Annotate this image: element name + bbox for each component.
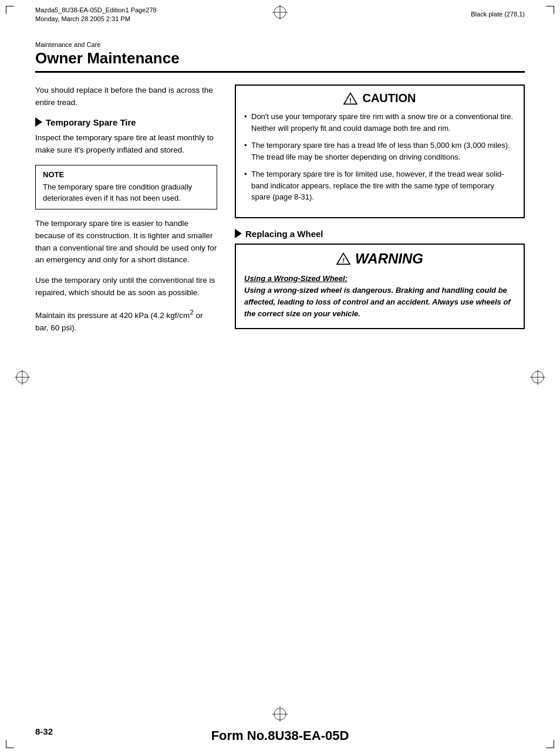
warning-body: Using a Wrong-Sized Wheel: Using a wrong… [244,273,515,320]
header-file-info: Mazda5_8U38-EA-05D_Edition1 Page278Monda… [35,6,157,24]
right-column: ! CAUTION Don't use your temporary spare… [235,84,525,343]
caution-item-1: Don't use your temporary spare tire rim … [244,111,515,134]
replacing-wheel-heading: Replacing a Wheel [235,229,525,239]
caution-box: ! CAUTION Don't use your temporary spare… [235,84,525,218]
left-column: You should replace it before the band is… [35,84,217,343]
svg-text:!: ! [349,96,352,104]
warning-text-body: Using a wrong-sized wheel is dangerous. … [244,286,511,318]
spare-tire-body3: Maintain its pressure at 420 kPa (4.2 kg… [35,307,217,334]
warning-box: ! WARNING Using a Wrong-Sized Wheel: Usi… [235,244,525,330]
form-number: Form No.8U38-EA-05D [211,728,349,743]
note-label: NOTE [43,170,210,179]
crosshair-right [530,370,545,385]
corner-mark-bl [6,740,14,748]
two-col-layout: You should replace it before the band is… [35,84,525,343]
page-number: 8-32 [35,726,53,736]
caution-item-3: The temporary spare tire is for limited … [244,168,515,203]
intro-text: You should replace it before the band is… [35,84,217,109]
section-label: Maintenance and Care [35,41,525,48]
caution-triangle-icon: ! [343,92,357,105]
spare-tire-inspect-text: Inspect the temporary spare tire at leas… [35,132,217,157]
triangle-bullet-icon [35,117,42,127]
section-title: Owner Maintenance [35,49,525,67]
caution-items-list: Don't use your temporary spare tire rim … [244,111,515,203]
corner-mark-br [546,740,554,748]
svg-text:!: ! [342,256,345,264]
note-text: The temporary spare tire condition gradu… [43,181,210,204]
caution-header: ! CAUTION [244,92,515,105]
caution-item-2: The temporary spare tire has a tread lif… [244,140,515,163]
spare-tire-body2: Use the temporary only until the convent… [35,275,217,299]
header-plate-info: Black plate (278,1) [471,11,525,18]
warning-header: ! WARNING [244,251,515,267]
warning-label: WARNING [355,251,423,266]
caution-label: CAUTION [362,92,416,105]
content-area: Maintenance and Care Owner Maintenance Y… [35,41,525,707]
crosshair-left [15,370,30,385]
corner-mark-tl [6,6,14,14]
section-divider [35,71,525,73]
spare-tire-body1: The temporary spare tire is easier to ha… [35,218,217,267]
page-wrapper: Mazda5_8U38-EA-05D_Edition1 Page278Monda… [0,0,560,754]
spare-tire-heading: Temporary Spare Tire [35,117,217,127]
warning-triangle-icon: ! [336,252,350,265]
corner-mark-tr [546,6,554,14]
triangle-bullet-icon-2 [235,229,242,238]
note-box: NOTE The temporary spare tire condition … [35,165,217,209]
crosshair-top [272,5,288,20]
crosshair-bottom [272,706,288,722]
warning-title: Using a Wrong-Sized Wheel: [244,274,348,283]
